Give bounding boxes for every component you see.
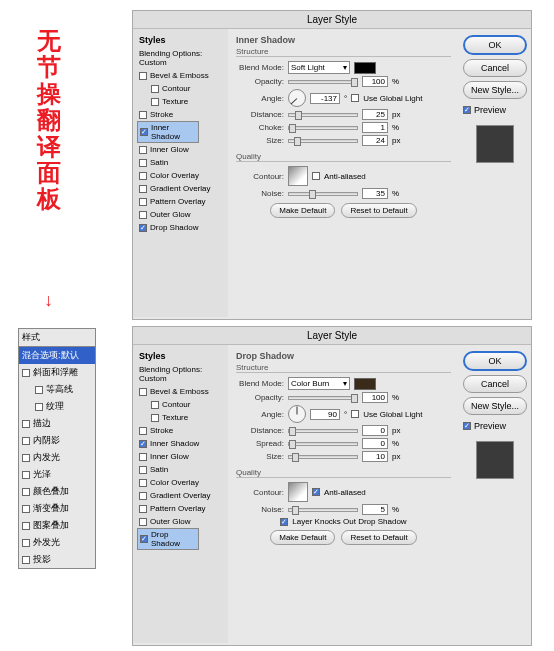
style-bevel[interactable]: Bevel & Emboss [137, 69, 224, 82]
style-drop-shadow[interactable]: Drop Shadow [137, 221, 224, 234]
checkbox-icon[interactable] [139, 466, 147, 474]
distance-input[interactable]: 25 [362, 109, 388, 120]
checkbox-icon[interactable] [139, 146, 147, 154]
checkbox-icon[interactable] [151, 85, 159, 93]
preview-checkbox[interactable] [463, 422, 471, 430]
checkbox-icon[interactable] [151, 414, 159, 422]
checkbox-icon[interactable] [139, 388, 147, 396]
noise-slider[interactable] [288, 508, 358, 512]
zh-blend-options[interactable]: 混合选项:默认 [19, 347, 95, 364]
distance-input[interactable]: 0 [362, 425, 388, 436]
style-satin[interactable]: Satin [137, 156, 224, 169]
contour-picker[interactable] [288, 166, 308, 186]
checkbox-icon[interactable] [139, 440, 147, 448]
blend-mode-select[interactable]: Soft Light▾ [288, 61, 350, 74]
style-bevel[interactable]: Bevel & Emboss [137, 385, 224, 398]
checkbox-icon[interactable] [22, 488, 30, 496]
angle-dial[interactable] [288, 405, 306, 423]
zh-item-outer-glow[interactable]: 外发光 [19, 534, 95, 551]
opacity-input[interactable]: 100 [362, 76, 388, 87]
make-default-button[interactable]: Make Default [270, 203, 335, 218]
zh-item-pattern-overlay[interactable]: 图案叠加 [19, 517, 95, 534]
checkbox-icon[interactable] [140, 128, 148, 136]
checkbox-icon[interactable] [139, 111, 147, 119]
style-color-overlay[interactable]: Color Overlay [137, 169, 224, 182]
angle-dial[interactable] [288, 89, 306, 107]
use-global-checkbox[interactable] [351, 94, 359, 102]
size-slider[interactable] [288, 139, 358, 143]
style-stroke[interactable]: Stroke [137, 424, 224, 437]
zh-item-texture[interactable]: 纹理 [19, 398, 95, 415]
new-style-button[interactable]: New Style... [463, 81, 527, 99]
checkbox-icon[interactable] [22, 505, 30, 513]
style-contour[interactable]: Contour [137, 82, 224, 95]
color-swatch[interactable] [354, 378, 376, 390]
antialiased-checkbox[interactable] [312, 488, 320, 496]
noise-input[interactable]: 35 [362, 188, 388, 199]
style-texture[interactable]: Texture [137, 411, 224, 424]
zh-item-color-overlay[interactable]: 颜色叠加 [19, 483, 95, 500]
angle-input[interactable]: -137 [310, 93, 340, 104]
checkbox-icon[interactable] [139, 453, 147, 461]
checkbox-icon[interactable] [139, 492, 147, 500]
style-inner-glow[interactable]: Inner Glow [137, 143, 224, 156]
ok-button[interactable]: OK [463, 35, 527, 55]
checkbox-icon[interactable] [151, 401, 159, 409]
make-default-button[interactable]: Make Default [270, 530, 335, 545]
layer-knocks-checkbox[interactable] [280, 518, 288, 526]
size-input[interactable]: 24 [362, 135, 388, 146]
zh-item-stroke[interactable]: 描边 [19, 415, 95, 432]
checkbox-icon[interactable] [139, 185, 147, 193]
style-contour[interactable]: Contour [137, 398, 224, 411]
reset-default-button[interactable]: Reset to Default [341, 530, 416, 545]
color-swatch[interactable] [354, 62, 376, 74]
checkbox-icon[interactable] [22, 369, 30, 377]
preview-checkbox[interactable] [463, 106, 471, 114]
opacity-slider[interactable] [288, 396, 358, 400]
style-gradient-overlay[interactable]: Gradient Overlay [137, 182, 224, 195]
checkbox-icon[interactable] [22, 522, 30, 530]
style-inner-glow[interactable]: Inner Glow [137, 450, 224, 463]
blending-options[interactable]: Blending Options: Custom [137, 47, 224, 69]
cancel-button[interactable]: Cancel [463, 59, 527, 77]
checkbox-icon[interactable] [139, 211, 147, 219]
noise-input[interactable]: 5 [362, 504, 388, 515]
blend-mode-select[interactable]: Color Burn▾ [288, 377, 350, 390]
style-inner-shadow[interactable]: Inner Shadow [137, 437, 224, 450]
checkbox-icon[interactable] [22, 539, 30, 547]
choke-input[interactable]: 1 [362, 122, 388, 133]
contour-picker[interactable] [288, 482, 308, 502]
size-input[interactable]: 10 [362, 451, 388, 462]
checkbox-icon[interactable] [139, 198, 147, 206]
checkbox-icon[interactable] [35, 386, 43, 394]
checkbox-icon[interactable] [22, 420, 30, 428]
style-drop-shadow[interactable]: Drop Shadow [137, 528, 199, 550]
checkbox-icon[interactable] [139, 518, 147, 526]
use-global-checkbox[interactable] [351, 410, 359, 418]
zh-item-bevel[interactable]: 斜面和浮雕 [19, 364, 95, 381]
choke-slider[interactable] [288, 126, 358, 130]
blending-options[interactable]: Blending Options: Custom [137, 363, 224, 385]
noise-slider[interactable] [288, 192, 358, 196]
style-outer-glow[interactable]: Outer Glow [137, 208, 224, 221]
checkbox-icon[interactable] [151, 98, 159, 106]
ok-button[interactable]: OK [463, 351, 527, 371]
checkbox-icon[interactable] [140, 535, 148, 543]
checkbox-icon[interactable] [139, 72, 147, 80]
zh-item-drop-shadow[interactable]: 投影 [19, 551, 95, 568]
antialiased-checkbox[interactable] [312, 172, 320, 180]
zh-item-gradient-overlay[interactable]: 渐变叠加 [19, 500, 95, 517]
checkbox-icon[interactable] [139, 505, 147, 513]
checkbox-icon[interactable] [139, 159, 147, 167]
style-inner-shadow[interactable]: Inner Shadow [137, 121, 199, 143]
checkbox-icon[interactable] [22, 437, 30, 445]
angle-input[interactable]: 90 [310, 409, 340, 420]
style-pattern-overlay[interactable]: Pattern Overlay [137, 502, 224, 515]
distance-slider[interactable] [288, 113, 358, 117]
spread-slider[interactable] [288, 442, 358, 446]
style-gradient-overlay[interactable]: Gradient Overlay [137, 489, 224, 502]
checkbox-icon[interactable] [139, 172, 147, 180]
style-color-overlay[interactable]: Color Overlay [137, 476, 224, 489]
zh-item-inner-glow[interactable]: 内发光 [19, 449, 95, 466]
new-style-button[interactable]: New Style... [463, 397, 527, 415]
